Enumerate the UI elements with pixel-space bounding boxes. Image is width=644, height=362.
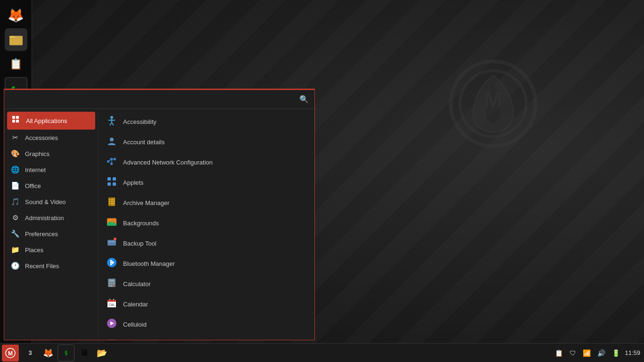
app-advanced-network[interactable]: Advanced Network Configuration	[99, 152, 314, 173]
svg-rect-42	[109, 283, 110, 284]
svg-rect-17	[110, 158, 113, 160]
category-recent-files[interactable]: 🕐 Recent Files	[4, 258, 98, 274]
all-apps-icon	[11, 115, 21, 126]
internet-icon: 🌐	[10, 165, 20, 174]
category-administration[interactable]: ⚙ Administration	[4, 210, 98, 226]
category-recent-files-label: Recent Files	[25, 263, 59, 270]
svg-rect-45	[109, 285, 110, 287]
svg-line-14	[112, 123, 114, 125]
svg-text:M: M	[8, 350, 13, 356]
taskbar-workspace-btn[interactable]: 3	[22, 345, 39, 362]
taskbar-time: 11:59	[625, 349, 640, 356]
svg-rect-5	[10, 39, 22, 44]
svg-point-10	[110, 116, 113, 119]
search-input[interactable]	[10, 96, 299, 103]
app-advanced-network-label: Advanced Network Configuration	[123, 159, 213, 166]
tray-icon-shield[interactable]: 🛡	[568, 348, 578, 358]
preferences-icon: 🔧	[10, 230, 20, 238]
app-celluloid[interactable]: Celluloid	[99, 314, 314, 335]
category-internet-label: Internet	[25, 166, 46, 173]
tray-icon-wifi[interactable]: 📶	[581, 348, 593, 358]
app-bluetooth-manager[interactable]: Bluetooth Manager	[99, 254, 314, 274]
app-accessibility[interactable]: Accessibility	[99, 112, 314, 132]
taskbar-right: 📋 🛡 📶 🔊 🔋 11:59	[549, 348, 644, 358]
celluloid-icon	[106, 318, 117, 331]
svg-text:CAL: CAL	[108, 303, 115, 306]
application-menu: 🔍 All Applications ✂ Accessories 🎨	[4, 89, 315, 340]
app-archive-manager-label: Archive Manager	[123, 199, 169, 206]
app-account-details[interactable]: Account details	[99, 132, 314, 152]
app-account-details-label: Account details	[123, 139, 165, 146]
taskbar: M 3 🦊 $ 🖥 📂 📋 🛡 📶 🔊 🔋 11:59	[0, 343, 644, 362]
svg-text:M: M	[484, 87, 503, 112]
taskbar-files-btn[interactable]: 📂	[93, 345, 110, 362]
app-backgrounds-label: Backgrounds	[123, 220, 159, 227]
taskbar-terminal-btn[interactable]: $	[58, 345, 74, 362]
svg-rect-23	[107, 177, 111, 181]
sidebar-app-firefox[interactable]: 🦊	[5, 4, 27, 26]
app-backup-tool[interactable]: ! Backup Tool	[99, 233, 314, 254]
account-details-icon	[106, 136, 117, 148]
sidebar-app-manager[interactable]: 📋	[5, 53, 27, 75]
svg-rect-34	[107, 240, 116, 246]
app-calculator-label: Calculator	[123, 280, 151, 288]
backup-tool-icon: !	[106, 237, 117, 250]
taskbar-network-btn[interactable]: 🖥	[75, 345, 92, 362]
applets-icon	[106, 176, 117, 189]
places-icon: 📁	[10, 246, 20, 254]
app-calculator[interactable]: Calculator	[99, 274, 314, 294]
svg-rect-25	[107, 182, 111, 186]
accessories-icon: ✂	[10, 133, 20, 142]
svg-rect-46	[111, 285, 113, 287]
calculator-icon	[106, 278, 117, 290]
app-applets[interactable]: Applets	[99, 173, 314, 193]
category-preferences[interactable]: 🔧 Preferences	[4, 226, 98, 242]
svg-rect-16	[107, 160, 109, 163]
app-calendar-label: Calendar	[123, 301, 148, 308]
svg-rect-29	[108, 199, 115, 200]
menu-content: All Applications ✂ Accessories 🎨 Graphic…	[4, 109, 314, 340]
category-accessories-label: Accessories	[25, 134, 58, 141]
app-backup-tool-label: Backup Tool	[123, 240, 157, 247]
category-sound-video[interactable]: 🎵 Sound & Video	[4, 194, 98, 210]
accessibility-icon	[106, 115, 117, 128]
tray-icon-clipboard[interactable]: 📋	[553, 348, 565, 358]
svg-rect-31	[108, 203, 115, 204]
app-calendar[interactable]: CAL Calendar	[99, 294, 314, 314]
backgrounds-icon	[106, 217, 117, 230]
app-archive-manager[interactable]: Archive Manager	[99, 193, 314, 213]
category-places[interactable]: 📁 Places	[4, 242, 98, 258]
app-celluloid-label: Celluloid	[123, 321, 147, 328]
tray-icon-sound[interactable]: 🔊	[595, 348, 607, 358]
category-office[interactable]: 📄 Office	[4, 178, 98, 194]
category-all-applications-label: All Applications	[26, 117, 67, 124]
svg-rect-56	[107, 339, 116, 340]
svg-rect-26	[113, 182, 116, 186]
start-button[interactable]: M	[2, 345, 19, 362]
category-graphics[interactable]: 🎨 Graphics	[4, 146, 98, 162]
category-preferences-label: Preferences	[25, 230, 58, 238]
svg-text:!: !	[115, 238, 115, 240]
tray-icon-battery[interactable]: 🔋	[610, 348, 622, 358]
category-sound-video-label: Sound & Video	[25, 198, 66, 206]
taskbar-firefox-btn[interactable]: 🦊	[40, 345, 57, 362]
graphics-icon: 🎨	[10, 149, 20, 158]
sidebar-app-files[interactable]	[5, 28, 27, 51]
archive-manager-icon	[106, 197, 117, 209]
svg-rect-19	[110, 163, 113, 165]
svg-rect-30	[108, 201, 115, 202]
app-applets-label: Applets	[123, 179, 143, 186]
search-icon[interactable]: 🔍	[299, 95, 309, 104]
app-backgrounds[interactable]: Backgrounds	[99, 213, 314, 233]
category-accessories[interactable]: ✂ Accessories	[4, 130, 98, 146]
svg-rect-24	[113, 177, 116, 181]
svg-rect-18	[114, 158, 116, 160]
svg-rect-9	[16, 120, 19, 123]
category-internet[interactable]: 🌐 Internet	[4, 162, 98, 178]
svg-rect-47	[113, 285, 115, 287]
svg-rect-43	[111, 283, 113, 284]
svg-rect-35	[108, 241, 115, 242]
app-character-map[interactable]: A Character Map	[99, 335, 314, 340]
category-all-applications[interactable]: All Applications	[7, 112, 95, 130]
advanced-network-icon	[106, 156, 117, 169]
